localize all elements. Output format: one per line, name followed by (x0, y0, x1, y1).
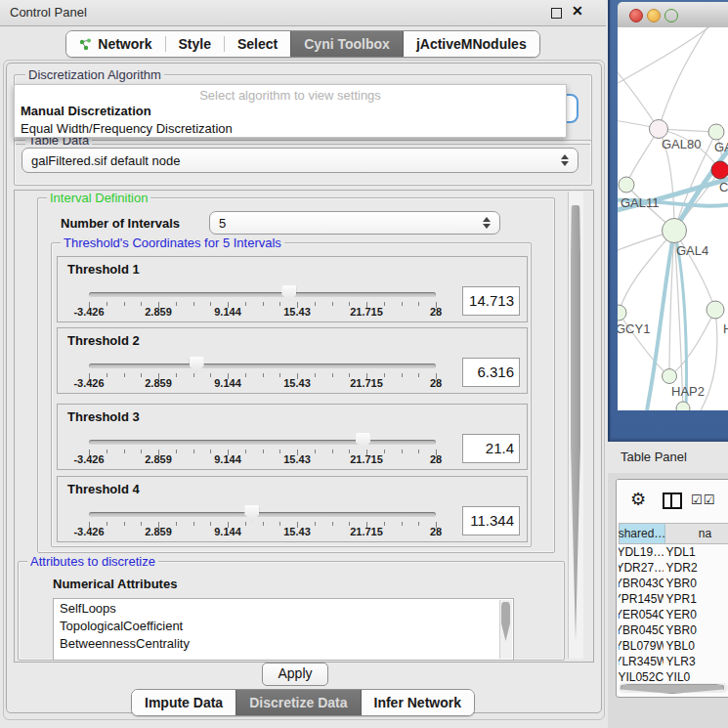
tab-pill: NetworkStyleSelectCyni ToolboxjActiveMNo… (65, 30, 539, 58)
threshold-panel-2: Threshold 2-3.4262.8599.14415.4321.71528… (57, 327, 528, 394)
slider-thumb[interactable] (244, 505, 259, 522)
network-node-hap2[interactable] (663, 369, 677, 384)
cell-shared-name[interactable]: YLR345W (619, 654, 664, 669)
network-node-gal4[interactable] (663, 219, 687, 243)
cell-name[interactable]: YDR2 (664, 560, 728, 576)
cell-shared-name[interactable]: YPR145W (619, 591, 664, 607)
table-row[interactable]: YDR27…YDR2 (619, 560, 728, 576)
slider-track[interactable] (89, 512, 436, 517)
attribute-list-item[interactable]: TopologicalCoefficient (54, 617, 513, 634)
network-node-h[interactable] (707, 301, 724, 319)
close-traffic-icon[interactable] (629, 9, 643, 22)
tab-network[interactable]: Network (66, 31, 164, 57)
cell-name[interactable]: YDL1 (664, 544, 728, 560)
network-node-gal11[interactable] (619, 177, 634, 193)
cell-shared-name[interactable]: YBR045C (619, 622, 664, 638)
settings-vertical-scrollbar[interactable] (568, 192, 583, 659)
slider-scale-label: -3.426 (73, 306, 104, 318)
threshold-value-field[interactable]: 14.713 (462, 286, 520, 316)
attribute-list-item[interactable]: SelfLoops (54, 599, 513, 617)
table-row[interactable]: YBL079WYBL0 (619, 638, 728, 654)
tab-select[interactable]: Select (225, 31, 290, 57)
algorithm-option-manual[interactable]: Manual Discretization (15, 103, 566, 120)
cell-name[interactable]: YPR1 (664, 591, 728, 607)
combobox-arrows-icon[interactable] (561, 154, 569, 166)
cell-shared-name[interactable]: YBR043C (619, 576, 664, 591)
spinner-arrows-icon[interactable] (483, 217, 491, 229)
tab-jactivemnodules[interactable]: jActiveMNodules (404, 31, 539, 57)
threshold-value-field[interactable]: 11.344 (462, 506, 520, 535)
table-data-combobox[interactable]: galFiltered.sif default node (21, 148, 578, 173)
split-pane-icon[interactable] (663, 492, 682, 509)
close-panel-icon[interactable]: ✕ (572, 3, 583, 19)
slider-scale-label: 9.144 (214, 306, 241, 318)
table-horizontal-scrollbar[interactable] (619, 683, 728, 693)
bottom-tab-discretize-data[interactable]: Discretize Data (236, 690, 361, 715)
apply-button[interactable]: Apply (262, 663, 328, 686)
node-table[interactable]: shared… na YDL19…YDL1YDR27…YDR2YBR043CYB… (619, 523, 728, 685)
float-panel-icon[interactable] (551, 8, 562, 19)
cell-shared-name[interactable]: YDL19… (619, 544, 664, 560)
attribute-list-item[interactable]: BetweennessCentrality (54, 634, 513, 652)
slider-tick (402, 450, 403, 453)
threshold-value-field[interactable]: 21.4 (462, 434, 520, 463)
network-node-c[interactable] (711, 161, 728, 179)
cell-name[interactable]: YLR3 (664, 654, 728, 669)
tab-cyni-toolbox[interactable]: Cyni Toolbox (290, 31, 404, 57)
cell-shared-name[interactable]: YDR27… (619, 560, 664, 576)
tab-style[interactable]: Style (166, 31, 224, 57)
slider-thumb[interactable] (356, 433, 370, 450)
algorithm-group-title: Discretization Algorithm (25, 67, 164, 82)
slider-thumb[interactable] (190, 357, 204, 373)
numerical-attributes-list[interactable]: SelfLoopsTopologicalCoefficientBetweenne… (53, 598, 514, 661)
slider-tick (245, 450, 246, 453)
threshold-label: Threshold 4 (67, 482, 140, 496)
table-row[interactable]: YLR345WYLR3 (619, 654, 728, 669)
table-row[interactable]: YBR043CYBR0 (619, 576, 728, 591)
zoom-traffic-icon[interactable] (664, 9, 678, 22)
network-node-ga[interactable] (708, 124, 724, 140)
slider-tick (210, 373, 211, 377)
slider-thumb[interactable] (281, 285, 296, 302)
network-node[interactable] (676, 402, 690, 410)
column-header-shared[interactable]: shared… (620, 524, 665, 543)
slider-tick (263, 450, 264, 453)
slider-scale-label: 28 (430, 377, 442, 389)
threshold-label: Threshold 2 (67, 333, 140, 348)
network-window-titlebar[interactable] (618, 2, 728, 28)
slider-tick (402, 373, 403, 377)
bottom-tab-pill: Impute DataDiscretize DataInfer Network (131, 689, 475, 716)
column-header-name[interactable]: na (665, 524, 728, 543)
cell-name[interactable]: YBR0 (664, 576, 728, 591)
attributes-scrollbar[interactable] (499, 600, 512, 659)
bottom-tab-impute-data[interactable]: Impute Data (132, 690, 236, 715)
top-tab-bar: NetworkStyleSelectCyni ToolboxjActiveMNo… (0, 30, 606, 58)
network-node-gal80[interactable] (650, 120, 668, 139)
cell-name[interactable]: YBR0 (664, 622, 728, 638)
minimize-traffic-icon[interactable] (647, 9, 661, 22)
num-intervals-spinner[interactable]: 5 (209, 211, 500, 235)
slider-track[interactable] (89, 440, 436, 445)
algorithm-option-equal-width[interactable]: Equal Width/Frequency Discretization (15, 120, 566, 138)
tab-label: Network (98, 36, 151, 52)
slider-track[interactable] (89, 292, 436, 297)
cell-shared-name[interactable]: YER054C (619, 607, 664, 622)
cell-name[interactable]: YBL0 (664, 638, 728, 654)
gear-icon[interactable]: ⚙ (630, 489, 646, 510)
slider-tick (141, 302, 142, 306)
cell-shared-name[interactable]: YBL079W (619, 638, 664, 654)
slider-track[interactable] (89, 364, 436, 368)
network-view[interactable]: GAL80GACGAL11GAL4GCY1HHAP2 (618, 27, 728, 410)
table-row[interactable]: YDL19…YDL1 (619, 544, 728, 560)
checkbox-icons[interactable]: ☑☑ (691, 492, 715, 507)
bottom-tab-infer-network[interactable]: Infer Network (362, 690, 474, 715)
table-row[interactable]: YER054CYER0 (619, 607, 728, 622)
network-edge (659, 27, 710, 129)
table-row[interactable]: YBR045CYBR0 (619, 622, 728, 638)
num-intervals-value: 5 (219, 216, 226, 231)
table-row[interactable]: YPR145WYPR1 (619, 591, 728, 607)
cell-name[interactable]: YER0 (664, 607, 728, 622)
network-node-label: GAL4 (676, 243, 708, 258)
threshold-value-field[interactable]: 6.316 (462, 358, 520, 387)
network-node-gcy1[interactable] (618, 305, 626, 321)
